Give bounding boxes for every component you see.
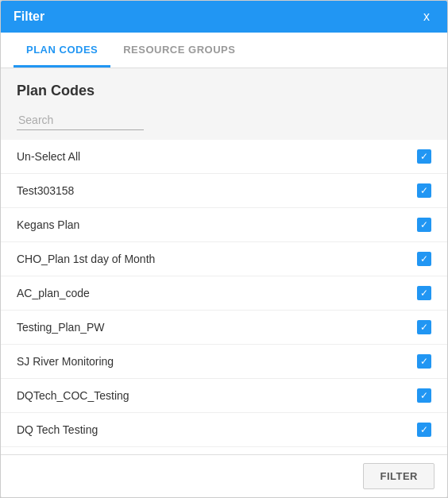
search-input[interactable] [17,110,144,130]
search-container [1,107,447,140]
section-title: Plan Codes [1,68,447,107]
checkbox-sj-river-monitoring[interactable]: ✓ [417,354,431,369]
filter-button[interactable]: FILTER [363,463,434,489]
tab-resource-groups[interactable]: RESOURCE GROUPS [110,33,248,68]
list-item[interactable]: Un-Select All ✓ [1,140,447,174]
plan-codes-list[interactable]: Un-Select All ✓ Test303158 ✓ Kegans Plan… [1,140,447,454]
dialog-header: Filter x [1,1,447,33]
close-button[interactable]: x [419,9,434,25]
checkbox-dq-tech-testing[interactable]: ✓ [417,423,431,437]
checkbox-cho-plan[interactable]: ✓ [417,252,431,266]
list-item[interactable]: CHO_Plan 1st day of Month ✓ [1,242,447,276]
tab-plan-codes[interactable]: PLAN CODES [14,33,110,68]
checkbox-ac-plan-code[interactable]: ✓ [417,286,431,300]
checkbox-test303158[interactable]: ✓ [417,183,431,198]
checkbox-unselect-all[interactable]: ✓ [417,149,431,164]
list-item[interactable]: DQ Tech Testing ✓ [1,413,447,447]
dialog-title: Filter [14,10,44,24]
list-item[interactable]: Testing_Plan_PW ✓ [1,311,447,345]
list-item[interactable]: Kegans Plan ✓ [1,208,447,242]
checkbox-testing-plan-pw[interactable]: ✓ [417,320,431,334]
dialog-footer: FILTER [1,454,447,497]
tabs-container: PLAN CODES RESOURCE GROUPS [1,33,447,68]
filter-dialog: Filter x PLAN CODES RESOURCE GROUPS Plan… [0,0,448,498]
list-item[interactable]: DQTech_COC_Testing ✓ [1,379,447,413]
checkbox-kegans-plan[interactable]: ✓ [417,218,431,232]
checkbox-dqtech-coc-testing[interactable]: ✓ [417,388,431,403]
dialog-body: Plan Codes Un-Select All ✓ Test303158 ✓ … [1,68,447,454]
list-item[interactable]: SJ River Monit SRN ✓ [1,447,447,454]
list-item[interactable]: Test303158 ✓ [1,174,447,208]
list-item[interactable]: SJ River Monitoring ✓ [1,345,447,379]
list-item[interactable]: AC_plan_code ✓ [1,276,447,311]
